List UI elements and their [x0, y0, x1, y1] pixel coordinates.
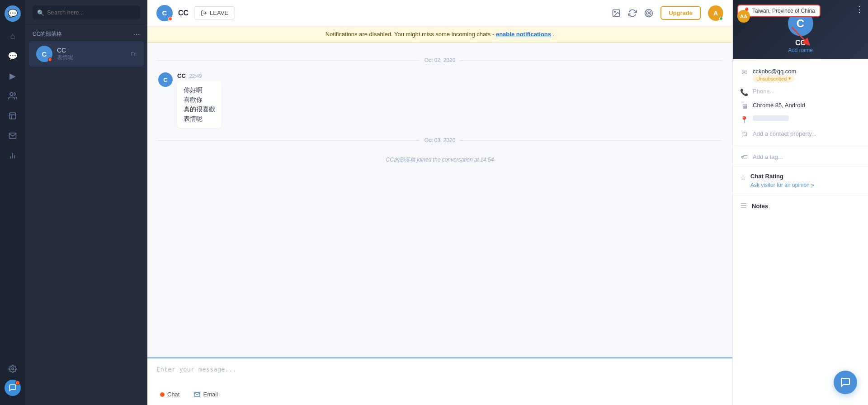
- message-row: C CC 22:49 你好啊喜歡你真的很喜歡表情呢 ⚡: [158, 72, 722, 128]
- conv-info: CC 表情呢: [57, 47, 126, 62]
- main-chat: C CC LEAVE Upgrade A Notif: [147, 0, 732, 405]
- msg-time: 22:49: [189, 73, 202, 79]
- conversation-item[interactable]: C CC 表情呢 Fri: [29, 41, 144, 67]
- status-dot: [48, 57, 52, 62]
- date-divider-2: Oct 03, 2020: [158, 137, 722, 143]
- leave-button[interactable]: LEAVE: [194, 6, 235, 19]
- user-avatar[interactable]: A: [708, 5, 723, 21]
- chat-messages: Oct 02, 2020 C CC 22:49 你好啊喜歡你真的很喜歡表情呢 ⚡…: [147, 43, 732, 357]
- notes-icon: [740, 202, 747, 210]
- notification-bar: Notifications are disabled. You might mi…: [147, 26, 732, 43]
- section-more-icon[interactable]: ⋯: [133, 30, 140, 38]
- report-nav-icon[interactable]: [4, 107, 22, 125]
- search-icon: 🔍: [37, 9, 44, 16]
- msg-bubble: 你好啊喜歡你真的很喜歡表情呢: [177, 81, 222, 128]
- blurred-detail-row: 📍: [740, 113, 861, 127]
- gallery-icon[interactable]: [612, 9, 621, 18]
- phone-detail-row: 📞 Phone...: [740, 85, 861, 99]
- chat-rating-row: ☆ Chat Rating Ask visitor for an opinion…: [740, 173, 861, 189]
- chat-input-area: Chat Email: [147, 357, 732, 405]
- email-tab-icon: [194, 391, 200, 398]
- chat-tab[interactable]: Chat: [156, 389, 183, 400]
- browser-detail-icon: 🖥: [740, 102, 748, 110]
- star-icon: ☆: [740, 174, 746, 182]
- header-icons: Upgrade A: [612, 5, 723, 21]
- mail-nav-icon[interactable]: [4, 127, 22, 145]
- msg-action-button[interactable]: ⚡: [707, 72, 722, 83]
- chat-header: C CC LEAVE Upgrade A: [147, 0, 732, 26]
- unsubscribed-badge[interactable]: Unsubscribed ▾: [753, 75, 795, 82]
- tag-icon: 🏷: [740, 153, 748, 161]
- email-tab[interactable]: Email: [190, 389, 222, 400]
- svg-point-11: [645, 9, 653, 17]
- search-input[interactable]: [33, 5, 140, 19]
- svg-point-7: [12, 368, 14, 370]
- chat-rating-content: Chat Rating Ask visitor for an opinion »: [750, 173, 814, 189]
- svg-point-10: [614, 11, 616, 12]
- home-nav-icon[interactable]: ⌂: [4, 27, 22, 45]
- red-arrow: [787, 23, 814, 52]
- cover-more-icon[interactable]: ⋮: [855, 5, 863, 14]
- email-value: ccknbc@qq.com: [753, 68, 796, 75]
- msg-sender: CC: [177, 72, 186, 79]
- msg-content: CC 22:49 你好啊喜歡你真的很喜歡表情呢: [177, 72, 702, 128]
- chat-rating-section: ☆ Chat Rating Ask visitor for an opinion…: [733, 167, 868, 195]
- notes-title: Notes: [752, 203, 768, 210]
- conv-time: Fri: [131, 51, 137, 57]
- sidebar-search-area: 🔍: [25, 0, 147, 25]
- system-message: CC的部落格 joined the conversation at 14:54: [158, 156, 722, 164]
- team-nav-icon[interactable]: [4, 87, 22, 105]
- settings-nav-icon[interactable]: [4, 360, 22, 378]
- enable-notifications-link[interactable]: enable notifications: [496, 31, 551, 38]
- browser-value: Chrome 85, Android: [753, 102, 805, 109]
- email-detail-icon: ✉: [740, 68, 748, 76]
- message-input[interactable]: [156, 366, 723, 384]
- sidebar-section-header: CC的部落格 ⋯: [25, 25, 147, 41]
- chat-nav-icon[interactable]: 💬: [4, 47, 22, 65]
- add-property-label: Add a contact property...: [753, 130, 816, 137]
- tag-section: 🏷 Add a tag...: [733, 147, 868, 167]
- upgrade-button[interactable]: Upgrade: [660, 6, 701, 20]
- notes-row: Notes: [740, 202, 861, 210]
- chart-nav-icon[interactable]: [4, 147, 22, 165]
- chat-rating-link[interactable]: Ask visitor for an opinion »: [750, 182, 814, 188]
- input-footer: Chat Email: [156, 389, 723, 400]
- add-property-icon: 🗂: [740, 130, 748, 138]
- svg-point-13: [648, 12, 650, 14]
- svg-point-12: [646, 11, 651, 15]
- contact-cover: 📍 Taiwan, Province of China ⋮ AA C CC Ad…: [733, 0, 868, 59]
- svg-rect-1: [9, 113, 16, 119]
- chat-tab-dot: [160, 392, 165, 397]
- icon-bar: 💬 ⌂ 💬 ▶: [0, 0, 25, 405]
- conv-preview: 表情呢: [57, 54, 126, 62]
- add-tag-row[interactable]: 🏷 Add a tag...: [740, 152, 861, 161]
- msg-header: CC 22:49: [177, 72, 702, 79]
- floating-chat-button[interactable]: [834, 371, 857, 394]
- msg-avatar: C: [158, 72, 173, 87]
- phone-value: Phone...: [753, 88, 774, 95]
- conv-name: CC: [57, 47, 126, 54]
- date-divider-1: Oct 02, 2020: [158, 57, 722, 63]
- header-status-dot: [168, 17, 172, 21]
- notes-section: Notes: [733, 195, 868, 217]
- leave-icon: [201, 10, 207, 16]
- email-detail-row: ✉ ccknbc@qq.com Unsubscribed ▾: [740, 65, 861, 85]
- chat-header-avatar: C: [156, 5, 173, 21]
- add-property-row[interactable]: 🗂 Add a contact property...: [740, 127, 861, 140]
- location-detail-icon: 📍: [740, 116, 748, 124]
- app-logo[interactable]: 💬: [5, 5, 21, 22]
- chat-rating-title: Chat Rating: [750, 173, 814, 180]
- online-indicator: AA: [737, 10, 750, 23]
- add-tag-label: Add a tag...: [753, 153, 783, 160]
- notifications-icon[interactable]: [5, 380, 21, 396]
- svg-point-0: [10, 93, 13, 96]
- play-nav-icon[interactable]: ▶: [4, 67, 22, 85]
- svg-line-15: [792, 27, 807, 43]
- conv-avatar: C: [36, 46, 52, 62]
- user-online-dot: [719, 17, 723, 20]
- refresh-icon[interactable]: [628, 9, 637, 18]
- target-icon[interactable]: [644, 9, 653, 18]
- browser-detail-row: 🖥 Chrome 85, Android: [740, 99, 861, 113]
- sidebar: 🔍 CC的部落格 ⋯ C CC 表情呢 Fri: [25, 0, 147, 405]
- phone-detail-icon: 📞: [740, 88, 748, 96]
